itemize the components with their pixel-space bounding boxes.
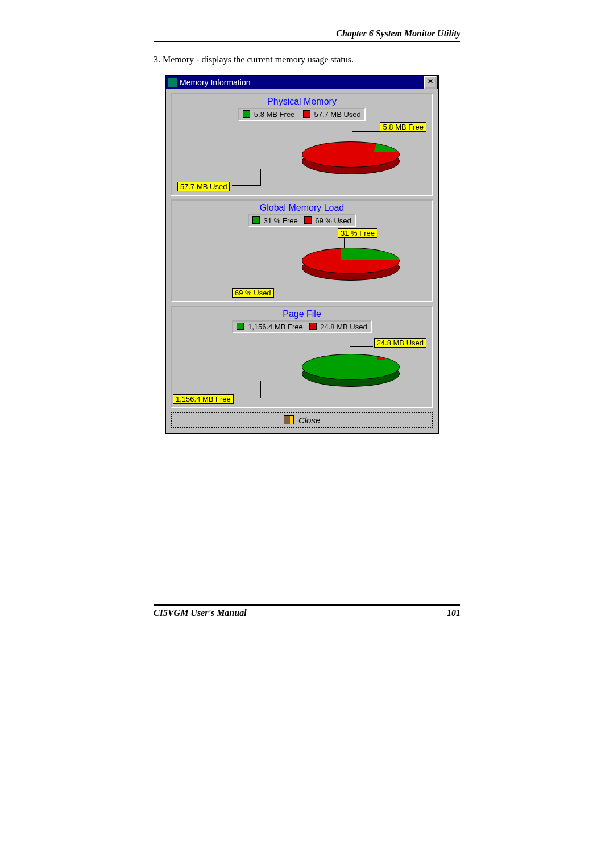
section-title-physical: Physical Memory bbox=[175, 97, 429, 107]
section-title-pagefile: Page File bbox=[175, 309, 429, 319]
pie-chart-physical: 5.8 MB Free 57.7 MB Used bbox=[175, 123, 429, 190]
panel-physical-memory: Physical Memory 5.8 MB Free 57.7 MB Used… bbox=[171, 93, 433, 196]
section-title-global: Global Memory Load bbox=[175, 203, 429, 213]
close-button-label: Close bbox=[298, 415, 320, 425]
door-exit-icon bbox=[284, 415, 294, 424]
callout-free: 1,156.4 MB Free bbox=[173, 394, 234, 404]
callout-free: 31 % Free bbox=[338, 228, 377, 238]
legend-used-label: 57.7 MB Used bbox=[314, 110, 360, 119]
swatch-free-icon bbox=[237, 323, 244, 330]
swatch-free-icon bbox=[252, 216, 260, 224]
window-close-button[interactable]: ✕ bbox=[424, 76, 437, 89]
memory-info-window: Memory Information ✕ Physical Memory 5.8… bbox=[165, 75, 439, 434]
legend-global: 31 % Free 69 % Used bbox=[248, 214, 356, 227]
panel-global-memory: Global Memory Load 31 % Free 69 % Used 3… bbox=[171, 199, 433, 302]
footer-page: 101 bbox=[447, 608, 460, 618]
list-item-3: 3. Memory - displays the current memory … bbox=[154, 55, 460, 65]
pie-chart-pagefile: 24.8 MB Used 1,156.4 MB Free bbox=[175, 336, 429, 403]
callout-used: 24.8 MB Used bbox=[374, 338, 426, 348]
swatch-used-icon bbox=[304, 216, 312, 224]
titlebar: Memory Information ✕ bbox=[166, 76, 438, 89]
footer-manual: CI5VGM User's Manual bbox=[154, 608, 247, 618]
legend-free-label: 31 % Free bbox=[264, 216, 298, 225]
swatch-used-icon bbox=[303, 110, 310, 118]
legend-free-label: 5.8 MB Free bbox=[254, 110, 295, 119]
page-header: Chapter 6 System Monitor Utility bbox=[154, 28, 460, 42]
callout-used: 57.7 MB Used bbox=[177, 182, 230, 191]
app-icon bbox=[168, 78, 177, 87]
legend-pagefile: 1,156.4 MB Free 24.8 MB Used bbox=[232, 320, 371, 333]
callout-free: 5.8 MB Free bbox=[380, 122, 426, 132]
page-footer: CI5VGM User's Manual 101 bbox=[154, 604, 460, 618]
legend-free-label: 1,156.4 MB Free bbox=[248, 323, 303, 331]
swatch-used-icon bbox=[309, 323, 317, 330]
legend-physical: 5.8 MB Free 57.7 MB Used bbox=[238, 108, 366, 121]
close-button[interactable]: Close bbox=[171, 412, 433, 428]
swatch-free-icon bbox=[243, 110, 250, 118]
legend-used-label: 69 % Used bbox=[315, 216, 351, 225]
window-title: Memory Information bbox=[180, 78, 423, 87]
legend-used-label: 24.8 MB Used bbox=[320, 323, 367, 331]
panel-page-file: Page File 1,156.4 MB Free 24.8 MB Used 2… bbox=[171, 306, 433, 408]
pie-chart-global: 31 % Free 69 % Used bbox=[175, 229, 429, 297]
callout-used: 69 % Used bbox=[232, 288, 274, 298]
